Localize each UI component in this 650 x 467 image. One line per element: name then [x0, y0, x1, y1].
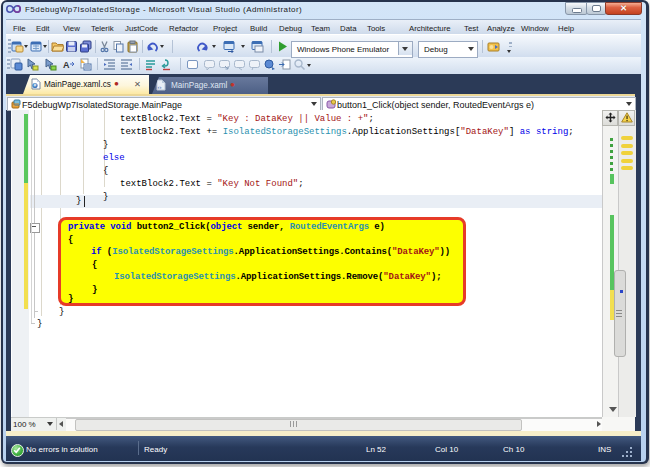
svg-text:‹›: ‹› — [158, 84, 162, 90]
svg-text:A: A — [63, 60, 70, 70]
svg-text:#: # — [34, 82, 37, 88]
